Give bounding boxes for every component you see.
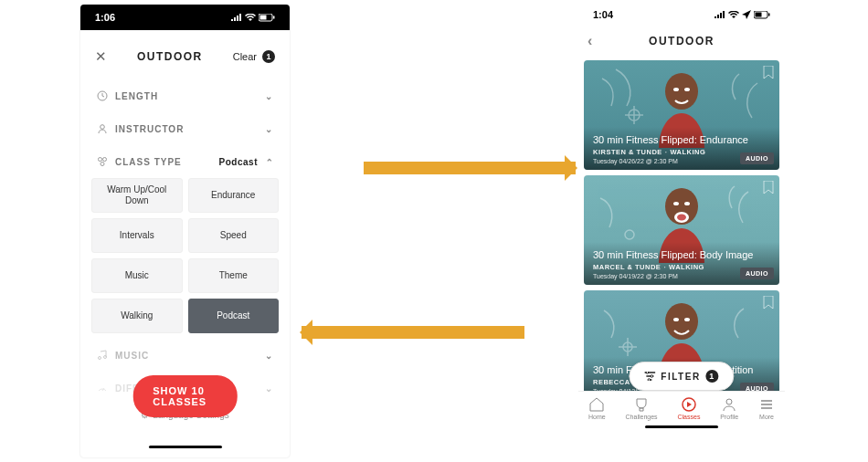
filter-section-length[interactable]: LENGTH ⌄	[90, 79, 281, 112]
svg-point-26	[684, 318, 690, 321]
clock-icon	[97, 90, 108, 101]
svg-point-15	[673, 88, 679, 91]
status-icons	[715, 10, 770, 19]
tab-challenges[interactable]: Challenges	[626, 397, 658, 420]
filter-icon	[644, 372, 655, 381]
bookmark-icon[interactable]	[763, 296, 774, 312]
classtype-chip-grid: Warm Up/Cool Down Endurance Intervals Sp…	[90, 178, 281, 339]
home-indicator	[645, 425, 718, 428]
class-instructors: MARCEL & TUNDE	[593, 263, 661, 271]
svg-point-31	[726, 399, 732, 404]
svg-point-6	[103, 158, 107, 162]
svg-point-20	[684, 202, 690, 205]
svg-rect-2	[273, 16, 275, 18]
class-activity: WALKING	[670, 148, 705, 156]
chip-music[interactable]: Music	[91, 258, 183, 293]
svg-point-16	[684, 88, 690, 91]
chevron-down-icon: ⌄	[265, 351, 273, 361]
music-icon	[97, 350, 108, 361]
tab-bar: Home Challenges Classes Profile More	[578, 391, 785, 422]
chevron-down-icon: ⌄	[265, 124, 273, 134]
chevron-down-icon: ⌄	[265, 383, 273, 394]
audio-badge: AUDIO	[740, 152, 774, 164]
filter-pill-button[interactable]: FILTER 1	[629, 362, 734, 391]
tab-classes[interactable]: Classes	[677, 397, 700, 420]
phone-class-list: 1:04 ‹ OUTDOOR 30 min Fitness Flipped: E…	[578, 2, 785, 442]
class-card[interactable]: 30 min Fitness Flipped: Endurance KIRSTE…	[584, 60, 779, 170]
filter-modal-header: ✕ OUTDOOR Clear 1	[84, 36, 286, 76]
nav-header: ‹ OUTDOOR	[578, 27, 785, 55]
chip-speed[interactable]: Speed	[188, 218, 280, 253]
svg-point-9	[104, 356, 107, 359]
filter-music-label: MUSIC	[115, 351, 149, 361]
page-title: OUTDOOR	[137, 50, 203, 63]
filter-count-badge: 1	[706, 370, 719, 383]
svg-point-7	[101, 163, 104, 166]
location-icon	[742, 10, 751, 19]
clear-label: Clear	[233, 51, 257, 62]
svg-point-4	[101, 125, 105, 130]
svg-point-5	[99, 158, 102, 162]
svg-point-25	[673, 318, 679, 321]
person-icon	[97, 123, 108, 134]
status-icons	[231, 14, 275, 22]
bookmark-icon[interactable]	[763, 181, 774, 197]
svg-rect-1	[260, 15, 267, 19]
class-activity: WALKING	[669, 263, 704, 271]
home-indicator	[149, 446, 222, 448]
chevron-down-icon: ⌄	[265, 91, 273, 101]
classtype-selected-value: Podcast	[219, 157, 258, 167]
filter-length-label: LENGTH	[115, 91, 158, 101]
svg-point-22	[677, 215, 686, 221]
chip-walking[interactable]: Walking	[91, 299, 183, 333]
chip-podcast[interactable]: Podcast	[188, 299, 280, 333]
tab-more[interactable]: More	[758, 397, 775, 420]
svg-rect-11	[756, 12, 762, 16]
gauge-icon	[97, 383, 108, 394]
clear-button[interactable]: Clear 1	[233, 50, 275, 63]
arrow-filter-to-results	[364, 162, 576, 174]
chevron-up-icon: ⌄	[265, 157, 273, 167]
nav-title: OUTDOOR	[649, 35, 715, 47]
chip-endurance[interactable]: Endurance	[188, 178, 280, 213]
filter-section-classtype[interactable]: CLASS TYPE Podcast ⌄	[90, 145, 281, 178]
bookmark-icon[interactable]	[763, 66, 774, 82]
chip-warmup[interactable]: Warm Up/Cool Down	[91, 178, 183, 213]
clear-count-badge: 1	[262, 50, 275, 63]
filter-section-music[interactable]: MUSIC ⌄	[90, 339, 281, 372]
chip-intervals[interactable]: Intervals	[91, 218, 183, 253]
close-icon[interactable]: ✕	[95, 48, 107, 65]
status-bar: 1:06	[80, 5, 290, 30]
svg-point-19	[673, 202, 679, 205]
tab-home[interactable]: Home	[588, 397, 606, 420]
arrow-podcast-chip	[302, 326, 524, 339]
class-card[interactable]: 30 min Fitness Flipped: Body Image MARCE…	[584, 175, 779, 285]
phone-filter-modal: 1:06 ✕ OUTDOOR Clear 1 LENGTH ⌄ INSTRUCT…	[80, 5, 290, 457]
show-classes-button[interactable]: SHOW 10 CLASSES	[132, 375, 238, 417]
svg-point-8	[99, 357, 101, 360]
filter-body: LENGTH ⌄ INSTRUCTOR ⌄ CLASS TYPE Podcast…	[80, 76, 290, 425]
svg-point-17	[625, 230, 634, 239]
tab-profile[interactable]: Profile	[720, 397, 738, 420]
back-icon[interactable]: ‹	[587, 33, 594, 49]
audio-badge: AUDIO	[740, 268, 774, 279]
class-title: 30 min Fitness Flipped: Endurance	[593, 134, 770, 145]
audio-badge: AUDIO	[740, 383, 774, 391]
class-feed[interactable]: 30 min Fitness Flipped: Endurance KIRSTE…	[578, 55, 785, 391]
status-bar: 1:04	[578, 2, 785, 27]
svg-point-28	[651, 375, 653, 378]
class-title: 30 min Fitness Flipped: Body Image	[593, 249, 770, 260]
svg-rect-12	[768, 13, 770, 16]
class-instructors: KIRSTEN & TUNDE	[593, 148, 662, 156]
filter-section-instructor[interactable]: INSTRUCTOR ⌄	[90, 112, 281, 145]
filter-instructor-label: INSTRUCTOR	[115, 124, 184, 134]
svg-point-27	[646, 372, 649, 373]
status-time: 1:06	[95, 12, 115, 23]
status-time: 1:04	[593, 9, 613, 20]
classtype-icon	[97, 156, 108, 167]
filter-classtype-label: CLASS TYPE	[115, 157, 182, 167]
filter-pill-label: FILTER	[661, 372, 700, 382]
svg-point-29	[648, 379, 651, 381]
chip-theme[interactable]: Theme	[188, 258, 280, 293]
